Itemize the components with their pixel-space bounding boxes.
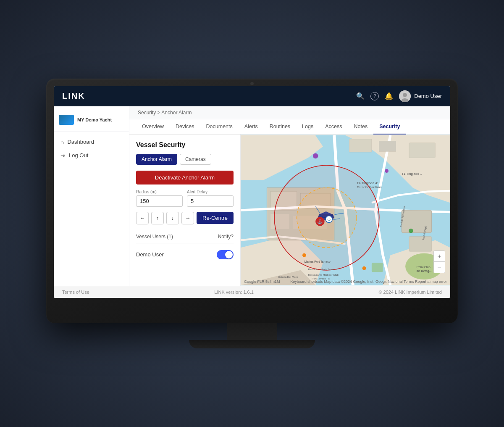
svg-rect-15 [379,141,396,151]
svg-text:Osteria Del Mare: Osteria Del Mare [278,275,298,278]
alert-delay-group: Alert Delay [187,190,234,207]
sidebar-item-dashboard[interactable]: ⌂ Dashboard [54,135,129,149]
svg-text:Marina Port Tarraco: Marina Port Tarraco [304,260,330,264]
svg-text:de Tarrag...: de Tarrag... [417,269,432,273]
recentre-button[interactable]: Re-Centre [197,212,234,224]
tab-documents[interactable]: Documents [200,119,239,134]
arrow-down-button[interactable]: ↓ [166,212,179,224]
app-logo: LINK [62,91,85,101]
breadcrumb: Security > Anchor Alarm [129,106,450,119]
tab-notes[interactable]: Notes [348,119,374,134]
svg-rect-18 [409,236,431,251]
svg-point-44 [409,229,413,233]
svg-text:Reial Club: Reial Club [417,266,430,269]
tab-devices[interactable]: Devices [170,119,200,134]
map-attribution: Google FLR.5s4m1M Keyboard shortcuts Map… [241,279,450,284]
user-row: Demo User [136,247,234,263]
alert-delay-input[interactable] [187,195,234,207]
body-area: MY Demo Yacht ⌂ Dashboard ⇥ Log Out [54,106,450,286]
home-icon: ⌂ [60,139,64,145]
arrow-right-button[interactable]: → [181,212,194,224]
sidebar-item-logout[interactable]: ⇥ Log Out [54,149,129,162]
search-icon[interactable]: 🔍 [356,92,365,100]
sub-tabs: Anchor Alarm Cameras [136,154,234,165]
alert-delay-label: Alert Delay [187,190,234,194]
svg-rect-14 [349,139,371,152]
sub-tab-anchor-alarm[interactable]: Anchor Alarm [136,154,177,165]
version-label: LINK version: 1.6.1 [214,290,254,295]
svg-text:Restaurant Park Tarraco: Restaurant Park Tarraco [308,268,336,271]
map-zoom-controls: + − [433,250,445,273]
yacht-name: MY Demo Yacht [77,117,112,123]
tab-alerts[interactable]: Alerts [239,119,264,134]
map-attribution-right: Keyboard shortcuts Map data ©2024 Google… [290,279,447,284]
svg-point-42 [302,253,306,257]
copyright: © 2024 LINK Imperium Limited [378,290,442,295]
zoom-out-button[interactable]: − [434,262,445,273]
bell-icon[interactable]: 🔔 [385,92,393,100]
monitor-stand-neck [227,323,277,340]
content-panel: Vessel Security Anchor Alarm Cameras Dea… [129,134,450,286]
form-row: Radius (m) Alert Delay [136,190,234,207]
svg-text:Restaurante Harbour Club: Restaurante Harbour Club [308,273,339,276]
yacht-info: MY Demo Yacht [54,111,129,132]
logout-icon: ⇥ [60,152,66,159]
deactivate-anchor-alarm-button[interactable]: Deactivate Anchor Alarm [136,171,234,185]
user-info[interactable]: Demo User [399,90,442,102]
notify-label: Notify? [218,234,234,240]
svg-text:⚓: ⚓ [317,219,323,224]
radius-input[interactable] [136,195,183,207]
svg-rect-20 [372,263,383,272]
map-area: ⚓ ⚓ T4 Tinglado 4: Estació [241,134,450,286]
map-svg: ⚓ ⚓ T4 Tinglado 4: Estació [241,134,450,286]
header-right: 🔍 ? 🔔 Demo User [356,90,442,102]
svg-point-43 [362,266,366,270]
arrow-controls: ← ↑ ↓ → Re-Centre [136,212,234,224]
monitor-camera [250,82,254,85]
tab-routines[interactable]: Routines [264,119,296,134]
tab-security[interactable]: Security [373,119,406,134]
user-name-cell: Demo User [136,251,164,258]
svg-rect-17 [402,210,431,232]
help-icon[interactable]: ? [370,92,379,100]
monitor-screen: LINK 🔍 ? 🔔 [54,86,450,298]
tab-access[interactable]: Access [319,119,348,134]
radius-group: Radius (m) [136,190,183,207]
main-content-wrapper: Security > Anchor Alarm Overview Devices… [129,106,450,286]
sidebar-item-label: Log Out [69,152,88,158]
app-footer: Terms of Use LINK version: 1.6.1 © 2024 … [54,286,450,298]
users-title: Vessel Users (1) [136,234,173,240]
svg-point-40 [313,153,318,158]
sub-tab-cameras[interactable]: Cameras [180,154,211,165]
terms-link[interactable]: Terms of Use [62,290,89,295]
sidebar-item-label: Dashboard [67,139,94,145]
tab-overview[interactable]: Overview [136,119,170,134]
svg-point-41 [385,169,388,173]
svg-rect-16 [409,143,435,158]
left-panel: Vessel Security Anchor Alarm Cameras Dea… [129,134,241,286]
svg-text:T4 Tinglado 4:: T4 Tinglado 4: [357,181,378,185]
svg-text:T1 Tinglado 1: T1 Tinglado 1 [402,171,422,175]
svg-point-1 [403,93,407,97]
nav-tabs: Overview Devices Documents Alerts Routin… [129,119,450,134]
users-header: Vessel Users (1) Notify? [136,230,234,243]
svg-text:⚓: ⚓ [327,217,331,221]
svg-text:Estació Marítima: Estació Marítima [357,185,382,189]
tab-logs[interactable]: Logs [296,119,319,134]
radius-label: Radius (m) [136,190,183,194]
arrow-up-button[interactable]: ↑ [151,212,164,224]
app-header: LINK 🔍 ? 🔔 [54,86,450,106]
monitor-stand-base [189,340,315,348]
sidebar: MY Demo Yacht ⌂ Dashboard ⇥ Log Out [54,106,129,286]
panel-title: Vessel Security [136,141,234,149]
arrow-left-button[interactable]: ← [136,212,149,224]
user-name: Demo User [414,93,442,99]
notify-toggle[interactable] [217,250,234,259]
avatar [399,90,411,102]
map-attribution-left: Google FLR.5s4m1M [244,279,280,284]
zoom-in-button[interactable]: + [434,251,445,262]
yacht-thumbnail [59,115,74,125]
